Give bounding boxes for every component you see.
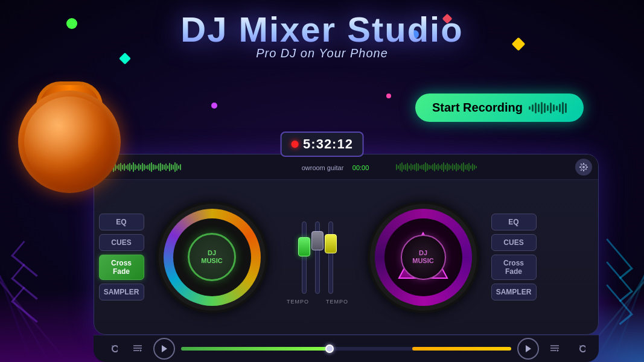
mixer-area: TEMPO TEMPO [275,203,360,311]
svg-marker-10 [162,345,167,352]
right-eq-button[interactable]: EQ [491,214,537,230]
deco-dot-teal [119,52,131,65]
right-turntable-inner: DJMUSIC [401,235,446,280]
deco-dot-red [442,14,453,24]
waveform-track: // Generate waveform spikes inline via s… [100,159,570,176]
right-deck-controls: EQ CUES CrossFade SAMPLER [486,209,541,305]
tempo-label-1: TEMPO [287,299,309,305]
fader-rail-1[interactable] [302,221,307,294]
faders-row [302,209,333,294]
tempo-label-2: TEMPO [326,299,348,305]
right-crossfade-button[interactable]: CrossFade [491,255,537,280]
headphones-decoration [18,91,121,193]
left-rewind-button[interactable] [103,339,122,358]
left-eq-button[interactable]: EQ [99,214,144,230]
app-title: DJ Mixer Studio [0,9,644,49]
left-sampler-button[interactable]: SAMPLER [99,284,144,300]
fader-handle-3[interactable] [325,234,337,253]
dj-console: // Generate waveform spikes inline via s… [94,154,599,335]
fader-track-1 [302,221,307,294]
record-indicator [291,141,298,148]
waveform-right [396,161,571,173]
deco-dot-yellow [512,37,526,51]
right-turntable[interactable]: DJMUSIC [368,202,479,313]
right-playlist-button[interactable] [545,339,564,358]
left-turntable-inner: DJMUSIC [173,218,251,296]
fader-rail-3[interactable] [328,221,333,294]
progress-fill-right [412,347,511,351]
deco-dot-green [66,18,77,29]
timer-badge: 5:32:12 [280,132,364,157]
waveform-bar: // Generate waveform spikes inline via s… [94,154,598,180]
svg-marker-11 [526,345,531,352]
fader-handle-2[interactable] [311,231,324,250]
right-turntable-area: DJMUSIC [360,202,486,313]
left-playlist-button[interactable] [128,339,147,358]
track-name: owroom guitar [302,164,344,171]
chevrons-right [596,250,632,314]
fader-track-2 [315,221,320,294]
left-crossfade-label: CrossFade [111,259,132,276]
deco-dot-pink [386,94,391,98]
left-play-button[interactable] [153,338,175,360]
right-crossfade-label: CrossFade [503,259,524,276]
chevrons-left [12,250,48,314]
right-loop-button[interactable] [570,339,590,358]
title-area: DJ Mixer Studio Pro DJ on Your Phone [0,9,644,60]
fader-track-3 [328,221,333,294]
start-recording-label: Start Recording [432,101,523,115]
left-turntable[interactable]: DJMUSIC [156,202,268,313]
timer-display: 5:32:12 [303,136,353,152]
progress-handle[interactable] [325,345,334,353]
left-turntable-center: DJMUSIC [188,233,236,281]
transport-bar [94,335,599,362]
left-deck-controls: EQ CUES CrossFade SAMPLER [94,209,148,305]
waveform-icon [529,102,567,114]
fader-rail-2[interactable] [315,221,320,294]
fader-handle-1[interactable] [298,237,310,256]
right-cues-button[interactable]: CUES [491,234,537,251]
left-turntable-area: DJMUSIC [148,202,275,313]
app-subtitle: Pro DJ on Your Phone [0,46,644,60]
deco-dot-purple [211,103,217,109]
settings-button[interactable] [575,159,592,176]
left-crossfade-button[interactable]: CrossFade [99,255,144,280]
waveform-center-info: owroom guitar 00:00 [275,162,396,173]
left-dj-label: DJMUSIC [201,249,222,265]
waveform-left: // Generate waveform spikes inline via s… [100,161,275,173]
start-recording-button[interactable]: Start Recording [415,94,584,122]
progress-fill-left [181,347,330,351]
left-cues-button[interactable]: CUES [99,234,144,251]
console-main: EQ CUES CrossFade SAMPLER DJMUSIC [94,180,598,334]
right-sampler-button[interactable]: SAMPLER [491,284,537,300]
right-play-button[interactable] [517,338,539,360]
progress-bar[interactable] [181,347,511,351]
svg-marker-15 [557,349,559,352]
track-time: 00:00 [352,164,369,171]
svg-marker-9 [140,349,142,352]
deco-dot-blue [410,30,419,39]
